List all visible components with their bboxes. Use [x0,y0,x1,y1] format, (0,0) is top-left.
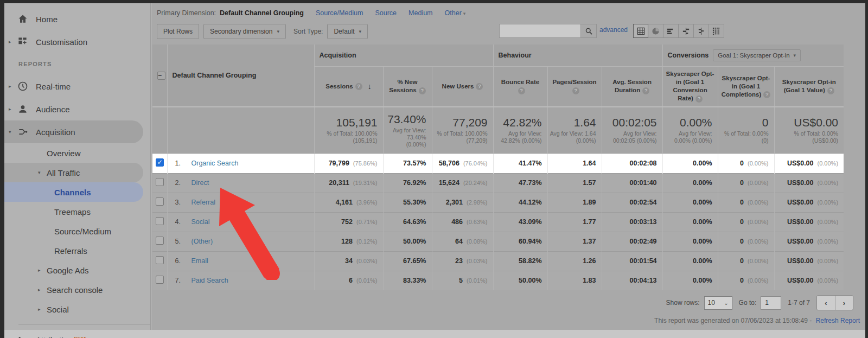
table-view-button[interactable] [633,24,648,38]
pivot-view-button[interactable] [709,24,724,38]
secondary-dimension-dropdown[interactable]: Secondary dimension▾ [203,24,286,39]
dimension-link-other[interactable]: Other▾ [445,9,466,17]
sidebar-item-attribution[interactable]: AttributionBETA [4,328,150,338]
bar-chart-icon [667,27,675,35]
metric-cell: 486(0.63%) [432,212,493,232]
chevron-down-icon: ▾ [277,29,279,34]
next-page-button[interactable]: › [835,296,853,310]
column-header-goal-completions[interactable]: Skyscraper Opt-in (Goal 1 Completions)? [718,66,774,107]
sidebar-item-home[interactable]: Home [4,8,150,30]
sidebar-item-treemaps[interactable]: Treemaps [4,202,150,221]
performance-view-button[interactable] [663,24,679,38]
metric-cell: 5(0.01%) [432,271,493,290]
summary-row: 105,191% of Total: 100.00% (105,191) 73.… [152,107,844,154]
row-checkbox[interactable] [156,197,164,206]
search-input[interactable] [499,24,580,38]
column-header-new-sessions[interactable]: % New Sessions? [383,66,432,107]
help-icon[interactable]: ? [827,87,834,94]
summary-new-sessions: 73.40%Avg for View: 73.40% (0.00%) [383,107,432,154]
sidebar-item-social[interactable]: ▸ Social [4,299,150,319]
row-checkbox[interactable] [156,237,164,245]
help-icon[interactable]: ? [419,87,426,94]
channel-link[interactable]: Email [192,257,208,265]
metric-cell: 0.00% [662,271,718,290]
row-checkbox[interactable] [156,178,164,186]
sort-type-dropdown[interactable]: Default▾ [327,24,368,39]
chevron-down-icon: ▾ [38,170,41,175]
sidebar-item-referrals[interactable]: Referrals [4,241,150,260]
sidebar-divider [18,324,150,325]
channel-link[interactable]: (Other) [192,238,213,245]
help-icon[interactable]: ? [572,87,579,94]
channel-link[interactable]: Referral [192,199,215,206]
chevron-down-icon: ⌄ [724,300,728,306]
column-header-sessions[interactable]: Sessions?↓ [314,66,383,107]
dimension-column-header[interactable]: Default Channel Grouping [167,44,314,107]
dimension-link-source-medium[interactable]: Source/Medium [316,9,363,17]
sidebar-item-all-traffic[interactable]: ▾ All Traffic [4,163,143,182]
metric-cell: 1.57 [547,173,602,193]
term-cloud-icon [697,27,705,35]
show-rows-select[interactable]: 10⌄ [704,296,732,310]
comparison-view-button[interactable] [679,24,694,38]
dimension-link-source[interactable]: Source [375,9,397,17]
metric-cell: 43.09% [493,212,547,232]
collapse-all-checkbox[interactable]: − [157,72,165,80]
table-row: 4.Social752(0.71%)64.63%486(0.63%)43.09%… [152,212,844,232]
table-row: 1.Organic Search79,799(75.86%)73.57%58,7… [152,154,844,173]
group-header-conversions: Conversions Goal 1: Skyscraper Opt-in▾ [662,44,844,66]
percentage-view-button[interactable] [648,24,663,38]
sidebar-item-search-console[interactable]: ▸ Search console [4,280,150,299]
help-icon[interactable]: ? [763,91,770,98]
channel-link[interactable]: Paid Search [192,277,228,284]
sidebar-item-audience[interactable]: ▸ Audience [4,98,150,120]
sidebar-item-channels[interactable]: Channels [4,182,143,202]
sort-desc-icon[interactable]: ↓ [368,82,372,91]
help-icon[interactable]: ? [518,87,525,94]
previous-page-button[interactable]: ‹ [817,296,835,310]
pivot-icon [712,27,720,35]
sidebar: Home ▸ Customisation REPORTS ▸ Real-time… [4,3,151,330]
dimension-link-medium[interactable]: Medium [409,9,432,17]
sidebar-item-acquisition[interactable]: ▾ Acquisition [4,120,143,143]
summary-conversion-rate: 0.00%Avg for View: 0.00% (0.00%) [662,107,718,154]
sidebar-item-source-medium[interactable]: Source/Medium [4,221,150,241]
search-button[interactable] [580,24,597,38]
channel-link[interactable]: Social [192,218,210,226]
sidebar-item-google-ads[interactable]: ▸ Google Ads [4,260,150,280]
metric-cell: US$0.00(0.00%) [774,154,844,173]
primary-dimension-value[interactable]: Default Channel Grouping [220,9,304,17]
sidebar-item-customisation[interactable]: ▸ Customisation [4,30,150,53]
goto-page-input[interactable] [761,296,781,310]
refresh-report-link[interactable]: Refresh Report [816,317,860,324]
sidebar-item-realtime[interactable]: ▸ Real-time [4,75,150,98]
column-header-bounce-rate[interactable]: Bounce Rate? [493,66,547,107]
help-icon[interactable]: ? [695,95,703,103]
column-header-session-duration[interactable]: Avg. Session Duration? [602,66,662,107]
metric-cell: 128(0.12%) [314,232,383,251]
channel-link[interactable]: Organic Search [192,160,239,167]
metric-cell: 58,706(76.04%) [432,154,493,173]
row-checkbox[interactable] [156,276,164,284]
row-checkbox[interactable] [156,256,164,264]
advanced-link[interactable]: advanced [599,26,628,34]
summary-goal-value: US$0.00% of Total: 0.00% (US$0.00) [774,107,844,154]
row-checkbox[interactable] [156,158,164,167]
column-header-new-users[interactable]: New Users? [432,66,493,107]
help-icon[interactable]: ? [476,83,483,90]
metric-cell: 44.12% [493,193,547,212]
metric-cell: 15,624(20.24%) [432,173,493,193]
row-checkbox[interactable] [156,217,164,225]
help-icon[interactable]: ? [355,83,362,90]
home-icon [17,14,28,24]
help-icon[interactable]: ? [642,87,649,94]
term-cloud-view-button[interactable] [694,24,709,38]
table-toolbar: Plot Rows Secondary dimension▾ Sort Type… [157,23,372,40]
channel-link[interactable]: Direct [192,179,209,187]
column-header-pages-session[interactable]: Pages/Session? [547,66,602,107]
goal-selector-dropdown[interactable]: Goal 1: Skyscraper Opt-in▾ [713,49,801,61]
sidebar-item-overview[interactable]: Overview [4,143,150,163]
column-header-goal-conversion-rate[interactable]: Skyscraper Opt-in (Goal 1 Conversion Rat… [662,66,718,107]
column-header-goal-value[interactable]: Skyscraper Opt-in (Goal 1 Value)? [774,66,844,107]
plot-rows-button[interactable]: Plot Rows [157,24,199,39]
